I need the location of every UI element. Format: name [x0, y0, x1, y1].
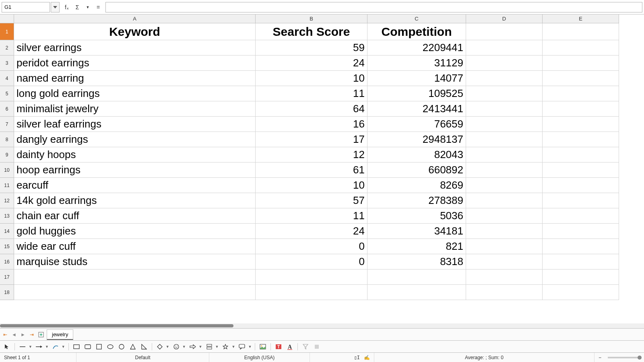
cell-competition[interactable]: 821	[367, 239, 466, 254]
cell-competition[interactable]: 278389	[367, 193, 466, 208]
cell-competition[interactable]: 76659	[367, 117, 466, 132]
cell-keyword[interactable]: marquise studs	[14, 254, 256, 269]
empty-cell[interactable]	[14, 285, 256, 300]
empty-cell[interactable]	[543, 23, 619, 40]
cell-keyword[interactable]: minimalist jewelry	[14, 101, 256, 117]
zoom-slider[interactable]	[608, 357, 640, 358]
square-tool-icon[interactable]	[95, 342, 103, 351]
cell-search-score[interactable]: 0	[256, 239, 367, 254]
empty-cell[interactable]	[466, 147, 543, 162]
tab-last-icon[interactable]: ⇥	[28, 331, 35, 338]
row-header-9[interactable]: 9	[0, 147, 14, 162]
row-header-18[interactable]: 18	[0, 285, 14, 300]
tab-prev-icon[interactable]: ◄	[10, 331, 18, 338]
cell-search-score[interactable]: 24	[256, 224, 367, 239]
cell-search-score[interactable]: 10	[256, 178, 367, 193]
empty-cell[interactable]	[466, 86, 543, 101]
sum-icon[interactable]: Σ	[72, 2, 82, 12]
cell-competition[interactable]: 82043	[367, 147, 466, 162]
cell-search-score[interactable]: 16	[256, 117, 367, 132]
cell-search-score[interactable]: 0	[256, 254, 367, 269]
row-header-2[interactable]: 2	[0, 40, 14, 56]
empty-cell[interactable]	[14, 269, 256, 285]
empty-cell[interactable]	[466, 132, 543, 147]
block-arrows-icon[interactable]	[188, 342, 197, 351]
callouts-dropdown-icon[interactable]: ▼	[248, 345, 252, 349]
empty-cell[interactable]	[466, 269, 543, 285]
add-sheet-icon[interactable]	[37, 331, 45, 339]
empty-cell[interactable]	[543, 269, 619, 285]
cell-keyword[interactable]: wide ear cuff	[14, 239, 256, 254]
empty-cell[interactable]	[543, 147, 619, 162]
row-header-11[interactable]: 11	[0, 178, 14, 193]
status-language[interactable]: English (USA)	[209, 353, 310, 362]
cell-search-score[interactable]: 12	[256, 147, 367, 162]
empty-cell[interactable]	[543, 224, 619, 239]
insert-mode-icon[interactable]: ▯I	[354, 355, 360, 360]
stars-icon[interactable]	[221, 342, 230, 351]
cell-search-score[interactable]: 57	[256, 193, 367, 208]
cell-search-score[interactable]: 11	[256, 208, 367, 224]
cell-competition[interactable]: 8269	[367, 178, 466, 193]
symbol-shapes-dropdown-icon[interactable]: ▼	[182, 345, 186, 349]
right-triangle-tool-icon[interactable]	[140, 342, 149, 351]
block-arrows-dropdown-icon[interactable]: ▼	[199, 345, 202, 349]
zoom-out-icon[interactable]: −	[599, 355, 601, 360]
flowchart-icon[interactable]	[205, 342, 214, 351]
cell-search-score[interactable]: 17	[256, 132, 367, 147]
image-tool-icon[interactable]	[258, 342, 267, 351]
circle-tool-icon[interactable]	[117, 342, 126, 351]
textbox-tool-icon[interactable]: T	[274, 342, 283, 351]
cell-competition[interactable]: 2209441	[367, 40, 466, 56]
sum-dropdown-icon[interactable]: ▼	[83, 2, 93, 12]
rounded-rectangle-tool-icon[interactable]	[83, 342, 92, 351]
row-header-4[interactable]: 4	[0, 71, 14, 86]
cell-search-score[interactable]: 61	[256, 162, 367, 178]
row-header-7[interactable]: 7	[0, 117, 14, 132]
column-header-B[interactable]: B	[256, 14, 367, 23]
column-header-E[interactable]: E	[543, 14, 619, 23]
empty-cell[interactable]	[466, 117, 543, 132]
row-header-10[interactable]: 10	[0, 162, 14, 178]
empty-cell[interactable]	[466, 162, 543, 178]
ellipse-tool-icon[interactable]	[106, 342, 115, 351]
empty-cell[interactable]	[466, 193, 543, 208]
cell-keyword[interactable]: 14k gold earrings	[14, 193, 256, 208]
cell-keyword[interactable]: dangly earrings	[14, 132, 256, 147]
empty-cell[interactable]	[367, 269, 466, 285]
fontwork-icon[interactable]: A	[285, 342, 294, 351]
empty-cell[interactable]	[543, 193, 619, 208]
empty-cell[interactable]	[466, 254, 543, 269]
cell-competition[interactable]: 660892	[367, 162, 466, 178]
row-header-8[interactable]: 8	[0, 132, 14, 147]
cell-keyword[interactable]: named earring	[14, 71, 256, 86]
cell-keyword[interactable]: long gold earrings	[14, 86, 256, 101]
curve-tool-dropdown-icon[interactable]: ▼	[62, 345, 65, 349]
column-header-C[interactable]: C	[367, 14, 466, 23]
row-header-6[interactable]: 6	[0, 101, 14, 117]
column-header-D[interactable]: D	[466, 14, 543, 23]
tab-next-icon[interactable]: ►	[19, 331, 27, 338]
empty-cell[interactable]	[543, 208, 619, 224]
empty-cell[interactable]	[466, 23, 543, 40]
curve-tool-icon[interactable]	[51, 342, 60, 351]
cell-search-score[interactable]: 24	[256, 56, 367, 71]
tab-first-icon[interactable]: ⇤	[2, 331, 9, 338]
basic-shapes-dropdown-icon[interactable]: ▼	[166, 345, 169, 349]
empty-cell[interactable]	[466, 40, 543, 56]
basic-shapes-icon[interactable]	[155, 342, 164, 351]
spreadsheet-grid[interactable]: A B C D E 1 Keyword Search Score Competi…	[0, 14, 644, 328]
cell-competition[interactable]: 109525	[367, 86, 466, 101]
cell-keyword[interactable]: hoop earrings	[14, 162, 256, 178]
horizontal-scrollbar[interactable]	[0, 323, 644, 328]
cell-keyword[interactable]: gold huggies	[14, 224, 256, 239]
cell-keyword[interactable]: dainty hoops	[14, 147, 256, 162]
formula-equals-icon[interactable]: =	[93, 2, 103, 12]
empty-cell[interactable]	[256, 285, 367, 300]
cell-search-score[interactable]: 64	[256, 101, 367, 117]
empty-cell[interactable]	[543, 56, 619, 71]
cell-competition[interactable]: 31129	[367, 56, 466, 71]
empty-cell[interactable]	[543, 101, 619, 117]
empty-cell[interactable]	[466, 56, 543, 71]
cell-search-score[interactable]: 59	[256, 40, 367, 56]
